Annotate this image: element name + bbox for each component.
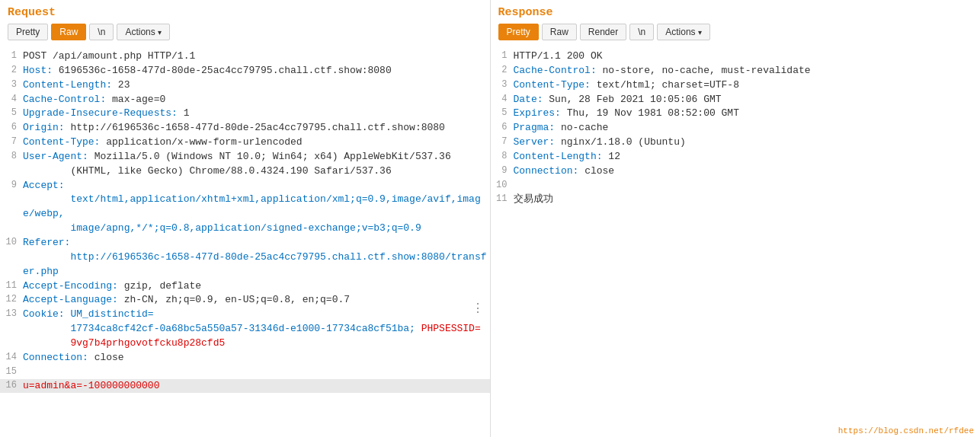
table-row: 3Content-Type: text/html; charset=UTF-8 (491, 78, 981, 93)
line-content: Origin: http://6196536c-1658-477d-80de-2… (23, 121, 488, 136)
response-header: Response Pretty Raw Render \n Actions ▾ (491, 0, 981, 46)
table-row: 3Content-Length: 23 (0, 78, 490, 93)
table-row: 15 (0, 365, 490, 379)
line-content: Connection: close (514, 164, 979, 179)
table-row: 7Content-Type: application/x-www-form-ur… (0, 136, 490, 150)
line-content: 交易成功 (514, 193, 979, 207)
bottom-url: https://blog.csdn.net/rfdee (838, 426, 974, 435)
line-content: Accept: text/html,application/xhtml+xml,… (23, 179, 488, 236)
line-number: 8 (492, 150, 514, 161)
response-pretty-button[interactable]: Pretty (498, 24, 539, 40)
line-content: Connection: close (23, 351, 488, 365)
line-content: Content-Type: application/x-www-form-url… (23, 136, 488, 150)
line-number: 10 (2, 236, 23, 247)
line-number: 12 (2, 293, 23, 305)
table-row: 8Content-Length: 12 (491, 150, 981, 164)
request-raw-button[interactable]: Raw (51, 24, 86, 40)
request-header: Request Pretty Raw \n Actions ▾ (0, 0, 490, 46)
line-content: POST /api/amount.php HTTP/1.1 (23, 49, 488, 64)
line-number: 3 (2, 78, 23, 90)
line-number: 15 (2, 365, 23, 377)
request-newline-button[interactable]: \n (89, 24, 114, 40)
response-render-button[interactable]: Render (580, 24, 626, 40)
table-row: 2Cache-Control: no-store, no-cache, must… (491, 64, 981, 78)
request-actions-chevron-icon: ▾ (158, 28, 162, 37)
response-actions-button[interactable]: Actions ▾ (657, 24, 709, 40)
request-actions-button[interactable]: Actions ▾ (117, 24, 169, 40)
line-number: 6 (492, 121, 514, 132)
line-content: User-Agent: Mozilla/5.0 (Windows NT 10.0… (23, 150, 488, 179)
table-row: 10Referer: http://6196536c-1658-477d-80d… (0, 236, 490, 279)
table-row: 11Accept-Encoding: gzip, deflate (0, 279, 490, 294)
line-number: 14 (2, 351, 23, 362)
line-number: 13 (2, 308, 23, 319)
table-row: 1HTTP/1.1 200 OK (491, 49, 981, 64)
line-content: Content-Length: 12 (514, 150, 979, 164)
response-actions-chevron-icon: ▾ (698, 28, 702, 37)
line-number: 4 (492, 93, 514, 104)
line-content: u=admin&a=-100000000000 (23, 379, 488, 394)
request-toolbar: Pretty Raw \n Actions ▾ (8, 24, 482, 40)
table-row: 7Server: nginx/1.18.0 (Ubuntu) (491, 136, 981, 150)
line-number: 3 (492, 78, 514, 90)
request-panel: Request Pretty Raw \n Actions ▾ 1POST /a… (0, 0, 491, 437)
response-raw-button[interactable]: Raw (542, 24, 577, 40)
line-content: Accept-Language: zh-CN, zh;q=0.9, en-US;… (23, 293, 488, 308)
table-row: 13Cookie: UM_distinctid= 17734ca8cf42cf-… (0, 308, 490, 351)
line-number: 10 (492, 179, 514, 190)
table-row: 9Connection: close (491, 164, 981, 179)
line-content: Referer: http://6196536c-1658-477d-80de-… (23, 236, 488, 279)
line-number: 1 (2, 49, 23, 61)
line-number: 6 (2, 121, 23, 132)
table-row: 11交易成功 (491, 193, 981, 207)
line-number: 7 (2, 136, 23, 147)
table-row: 6Pragma: no-cache (491, 121, 981, 136)
line-number: 16 (2, 379, 23, 391)
line-number: 2 (2, 64, 23, 75)
table-row: 4Cache-Control: max-age=0 (0, 93, 490, 107)
table-row: 14Connection: close (0, 351, 490, 365)
table-row: 12Accept-Language: zh-CN, zh;q=0.9, en-U… (0, 293, 490, 308)
response-toolbar: Pretty Raw Render \n Actions ▾ (498, 24, 973, 40)
line-content: Cache-Control: no-store, no-cache, must-… (514, 64, 979, 78)
table-row: 5Expires: Thu, 19 Nov 1981 08:52:00 GMT (491, 107, 981, 121)
response-panel: Response Pretty Raw Render \n Actions ▾ … (491, 0, 981, 437)
table-row: 1POST /api/amount.php HTTP/1.1 (0, 49, 490, 64)
line-content: Accept-Encoding: gzip, deflate (23, 279, 488, 294)
line-content: Cache-Control: max-age=0 (23, 93, 488, 107)
line-content: Host: 6196536c-1658-477d-80de-25ac4cc797… (23, 64, 488, 78)
line-content: Content-Type: text/html; charset=UTF-8 (514, 78, 979, 93)
table-row: 5Upgrade-Insecure-Requests: 1 (0, 107, 490, 121)
line-content: Content-Length: 23 (23, 78, 488, 93)
line-number: 5 (2, 107, 23, 118)
line-number: 11 (2, 279, 23, 291)
table-row: 16u=admin&a=-100000000000 (0, 379, 490, 394)
line-number: 9 (2, 179, 23, 190)
line-number: 11 (492, 193, 514, 204)
response-title: Response (498, 6, 973, 19)
table-row: 6Origin: http://6196536c-1658-477d-80de-… (0, 121, 490, 136)
table-row: 2Host: 6196536c-1658-477d-80de-25ac4cc79… (0, 64, 490, 78)
line-number: 1 (492, 49, 514, 61)
line-content: Cookie: UM_distinctid= 17734ca8cf42cf-0a… (23, 308, 488, 351)
table-row: 9Accept: text/html,application/xhtml+xml… (0, 179, 490, 236)
line-number: 2 (492, 64, 514, 75)
line-content: Pragma: no-cache (514, 121, 979, 136)
line-number: 4 (2, 93, 23, 104)
line-content: Upgrade-Insecure-Requests: 1 (23, 107, 488, 121)
line-number: 8 (2, 150, 23, 161)
table-row: 8User-Agent: Mozilla/5.0 (Windows NT 10.… (0, 150, 490, 179)
request-title: Request (8, 6, 482, 19)
line-content: Server: nginx/1.18.0 (Ubuntu) (514, 136, 979, 150)
more-options-icon[interactable]: ⋮ (472, 301, 484, 316)
request-pretty-button[interactable]: Pretty (8, 24, 48, 40)
request-content: 1POST /api/amount.php HTTP/1.12Host: 619… (0, 46, 490, 437)
line-content: Date: Sun, 28 Feb 2021 10:05:06 GMT (514, 93, 979, 107)
response-newline-button[interactable]: \n (629, 24, 654, 40)
line-number: 7 (492, 136, 514, 147)
line-content: Expires: Thu, 19 Nov 1981 08:52:00 GMT (514, 107, 979, 121)
table-row: 10 (491, 179, 981, 193)
line-content: HTTP/1.1 200 OK (514, 49, 979, 64)
response-content: 1HTTP/1.1 200 OK2Cache-Control: no-store… (491, 46, 981, 437)
line-number: 9 (492, 164, 514, 176)
